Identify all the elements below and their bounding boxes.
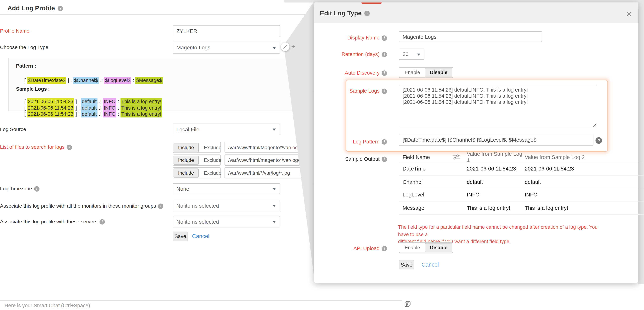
retention-label-text: Retention (days) bbox=[342, 52, 380, 57]
profile-name-label: Profile Name bbox=[0, 28, 30, 34]
warning-line: The field type for a particular field na… bbox=[398, 224, 604, 238]
servers-dropdown[interactable]: No items selected bbox=[173, 216, 280, 227]
add-log-type-button[interactable]: + bbox=[290, 43, 297, 50]
include-option[interactable]: Include bbox=[174, 156, 198, 165]
modal-cancel-button[interactable]: Cancel bbox=[422, 262, 439, 268]
pencil-icon bbox=[283, 45, 288, 49]
disable-option[interactable]: Disable bbox=[425, 68, 452, 77]
screen: Add Log Profile i Profile Name Choose th… bbox=[0, 0, 644, 310]
include-option[interactable]: Include bbox=[174, 168, 198, 177]
info-icon[interactable]: i bbox=[382, 70, 387, 76]
edit-log-type-button[interactable] bbox=[281, 42, 290, 51]
info-icon[interactable]: i bbox=[58, 6, 63, 11]
include-exclude-toggle: Include Exclude bbox=[173, 154, 221, 166]
token-loglevel: INFO bbox=[103, 111, 116, 117]
help-icon[interactable]: ? bbox=[596, 137, 602, 144]
chevron-down-icon bbox=[273, 205, 276, 207]
info-icon[interactable]: i bbox=[382, 246, 387, 251]
info-icon[interactable]: i bbox=[382, 52, 387, 57]
retention-label: Retention (days) i bbox=[342, 51, 387, 58]
page-title-text: Add Log Profile bbox=[8, 5, 55, 12]
include-option[interactable]: Include bbox=[174, 143, 198, 152]
info-icon[interactable]: i bbox=[66, 144, 72, 150]
timezone-label: Log Timezone i bbox=[0, 186, 40, 192]
display-name-input[interactable] bbox=[399, 31, 542, 42]
token: [ bbox=[24, 111, 27, 117]
notes-icon[interactable] bbox=[404, 301, 411, 307]
edit-log-type-modal: Edit Log Type i ✕ Display Name i Retenti… bbox=[314, 3, 638, 283]
sample-log-line: [ 2021-06-06 11:54:23 ] ! default .! INF… bbox=[16, 105, 162, 123]
table-header-row: Field Name Value from Sample Log 1 Value… bbox=[399, 152, 644, 163]
col-field-name: Field Name bbox=[399, 154, 452, 160]
table-row: LogLevel INFO INFO bbox=[399, 189, 644, 202]
log-type-label-text: Choose the Log Type bbox=[0, 45, 48, 50]
retention-dropdown[interactable]: 30 bbox=[399, 49, 424, 60]
token: : bbox=[116, 111, 120, 117]
field-settings-icon[interactable] bbox=[452, 154, 467, 160]
token-datetime: $DateTime:date$ bbox=[27, 77, 66, 84]
save-button[interactable]: Save bbox=[173, 232, 188, 241]
log-source-dropdown[interactable]: Local File bbox=[173, 124, 280, 135]
chevron-down-icon bbox=[273, 47, 276, 49]
info-icon[interactable]: i bbox=[364, 11, 370, 16]
file-path-input[interactable] bbox=[224, 142, 314, 153]
monitor-groups-dropdown[interactable]: No items selected bbox=[173, 200, 280, 211]
dim-overlay-top bbox=[284, 0, 644, 3]
close-icon[interactable]: ✕ bbox=[626, 11, 632, 18]
chevron-down-icon bbox=[273, 128, 276, 130]
servers-label-text: Associate this log profile with these se… bbox=[0, 219, 98, 225]
auto-discovery-toggle: Enable Disable bbox=[399, 67, 453, 78]
info-icon[interactable]: i bbox=[100, 219, 105, 224]
cell-value1: This is a log entry! bbox=[467, 205, 525, 211]
profile-name-input[interactable] bbox=[173, 25, 280, 37]
table-row: DateTime 2021-06-06 11:54:23 2021-06-06 … bbox=[399, 163, 644, 175]
info-icon[interactable]: i bbox=[382, 139, 387, 144]
cell-value2: This is a log entry! bbox=[525, 205, 644, 211]
auto-discovery-label-text: Auto Discovery bbox=[345, 70, 380, 76]
exclude-option[interactable]: Exclude bbox=[199, 168, 226, 177]
timezone-label-text: Log Timezone bbox=[0, 186, 32, 192]
log-type-dropdown[interactable]: Magento Logs bbox=[173, 42, 280, 54]
api-upload-label-text: API Upload bbox=[353, 246, 380, 251]
cancel-button[interactable]: Cancel bbox=[192, 233, 210, 239]
include-exclude-toggle: Include Exclude bbox=[173, 142, 221, 153]
info-icon[interactable]: i bbox=[382, 157, 387, 162]
info-icon[interactable]: i bbox=[158, 203, 164, 209]
smart-chat-input[interactable] bbox=[4, 301, 390, 309]
log-pattern-input[interactable] bbox=[399, 134, 594, 146]
sample-logs-textarea[interactable]: [2021-06-06 11:54:23] default.INFO: This… bbox=[399, 85, 597, 127]
retention-value: 30 bbox=[402, 51, 408, 57]
log-pattern-label: Log Pattern i bbox=[353, 138, 387, 145]
col-value1: Value from Sample Log 1 bbox=[467, 151, 525, 163]
token: ] ! bbox=[74, 111, 81, 117]
file-path-input[interactable] bbox=[224, 167, 314, 179]
cell-value1: 2021-06-06 11:54:23 bbox=[467, 166, 525, 172]
token-channel: $Channel$ bbox=[73, 77, 99, 84]
log-type-label: Choose the Log Type bbox=[0, 44, 48, 51]
modal-save-button[interactable]: Save bbox=[399, 260, 414, 270]
cell-value2: default bbox=[525, 179, 644, 185]
info-icon[interactable]: i bbox=[382, 88, 387, 94]
token-loglevel: $LogLevel$ bbox=[104, 77, 131, 84]
log-source-value: Local File bbox=[176, 126, 199, 132]
sample-logs-label: Sample Logs i bbox=[349, 88, 387, 94]
exclude-option[interactable]: Exclude bbox=[199, 143, 226, 152]
disable-option[interactable]: Disable bbox=[425, 243, 452, 252]
cell-value1: INFO bbox=[467, 192, 525, 198]
sample-logs-label-text: Sample Logs bbox=[349, 88, 380, 94]
enable-option[interactable]: Enable bbox=[400, 68, 425, 77]
auto-discovery-label: Auto Discovery i bbox=[345, 70, 387, 76]
info-icon[interactable]: i bbox=[34, 186, 40, 191]
info-icon[interactable]: i bbox=[382, 35, 387, 41]
enable-option[interactable]: Enable bbox=[400, 243, 425, 252]
file-path-input[interactable] bbox=[224, 154, 314, 166]
servers-value: No items selected bbox=[176, 219, 219, 225]
cell-value2: INFO bbox=[525, 192, 644, 198]
dim-overlay-right bbox=[638, 0, 644, 284]
token-channel: default bbox=[81, 111, 98, 117]
exclude-option[interactable]: Exclude bbox=[199, 156, 226, 165]
cell-field: DateTime bbox=[399, 166, 452, 172]
timezone-value: None bbox=[176, 186, 189, 192]
token: .! bbox=[99, 78, 104, 83]
timezone-dropdown[interactable]: None bbox=[173, 183, 280, 194]
